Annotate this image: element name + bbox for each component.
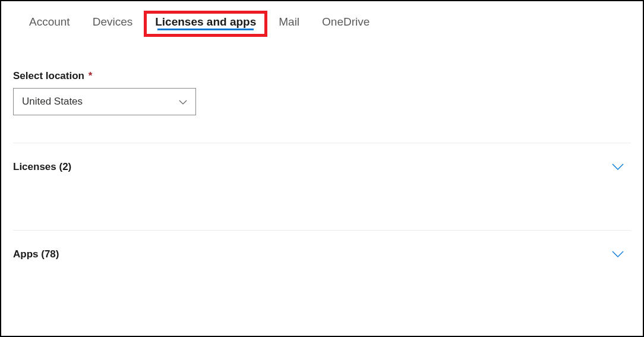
location-label: Select location * bbox=[13, 70, 631, 82]
chevron-down-icon bbox=[612, 249, 624, 260]
tab-account[interactable]: Account bbox=[18, 11, 81, 37]
apps-section-title: Apps (78) bbox=[13, 248, 59, 260]
tab-mail[interactable]: Mail bbox=[267, 11, 311, 37]
tab-licenses-and-apps[interactable]: Licenses and apps bbox=[144, 11, 267, 37]
chevron-down-icon bbox=[179, 96, 187, 108]
tab-navigation: Account Devices Licenses and apps Mail O… bbox=[1, 1, 643, 37]
chevron-down-icon bbox=[612, 162, 624, 172]
location-selected-value: United States bbox=[22, 96, 83, 108]
required-indicator: * bbox=[89, 70, 93, 81]
tab-content: Select location * United States Licenses… bbox=[1, 37, 643, 260]
location-select[interactable]: United States bbox=[13, 88, 196, 115]
licenses-section-title: Licenses (2) bbox=[13, 161, 71, 173]
apps-section[interactable]: Apps (78) bbox=[13, 230, 631, 260]
tab-devices[interactable]: Devices bbox=[81, 11, 144, 37]
tab-onedrive[interactable]: OneDrive bbox=[311, 11, 381, 37]
licenses-section[interactable]: Licenses (2) bbox=[13, 143, 631, 173]
location-label-text: Select location bbox=[13, 70, 84, 81]
location-field: Select location * United States bbox=[13, 70, 631, 115]
location-select-wrapper: United States bbox=[13, 88, 196, 115]
